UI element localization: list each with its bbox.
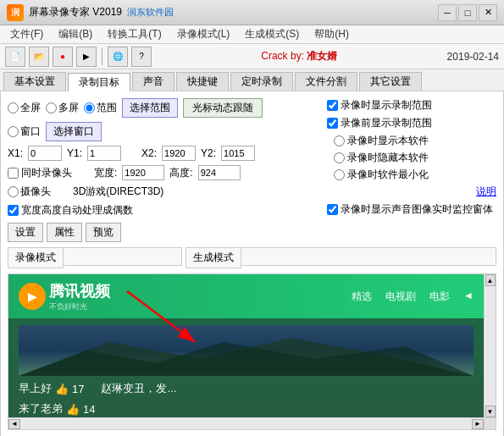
menu-generate-mode[interactable]: 生成模式(S) [238, 25, 306, 43]
multiscreen-radio-label[interactable]: 多屏 [46, 101, 79, 115]
settings-button[interactable]: 设置 [8, 223, 43, 242]
fullscreen-radio-label[interactable]: 全屏 [8, 101, 41, 115]
maximize-button[interactable]: □ [458, 4, 477, 21]
title-bar-left: 润 屏幕录像专家 V2019 润东软件园 [7, 4, 174, 21]
preview-button[interactable]: 预览 [86, 223, 121, 242]
minimize-button[interactable]: ─ [438, 4, 457, 21]
menu-file[interactable]: 文件(F) [3, 25, 50, 43]
crack-label: Crack by: [261, 50, 304, 62]
generate-mode-section: 生成模式 [186, 247, 241, 268]
y1-input[interactable] [87, 146, 121, 161]
like-icon-2: 👍 [66, 403, 80, 416]
toolbar-separator [102, 48, 102, 65]
tab-file-split[interactable]: 文件分割 [295, 72, 357, 91]
minimize-radio[interactable] [334, 169, 345, 180]
svg-marker-3 [19, 342, 474, 376]
directx-label: 3D游戏(DIRECT3D) [73, 185, 163, 199]
main-panel: 录像时显示录制范围 录像前显示录制范围 录像时显示本软件 录像时隐藏本软件 录像… [0, 91, 504, 436]
show-software-radio[interactable] [334, 135, 345, 146]
range-radio-label[interactable]: 范围 [84, 101, 117, 115]
height-label: 高度: [169, 166, 192, 180]
mode-bar: 录像模式 生成模式 [8, 247, 496, 268]
toolbar-record-btn[interactable]: ● [53, 47, 73, 67]
menu-help[interactable]: 帮助(H) [307, 25, 356, 43]
properties-button[interactable]: 属性 [47, 223, 82, 242]
tencent-nav-jingxuan: 精选 [352, 290, 372, 304]
scroll-right-btn[interactable]: ► [472, 419, 484, 429]
scroll-up-btn[interactable]: ▲ [485, 274, 496, 286]
camera-radio[interactable] [8, 186, 19, 197]
action-buttons: 设置 属性 预览 [8, 223, 496, 242]
show-front-range-row: 录像前显示录制范围 [327, 116, 496, 130]
close-button[interactable]: ✕ [479, 4, 497, 21]
show-software-row: 录像时显示本软件 [334, 134, 496, 148]
audio-monitor-row: 录像时显示声音图像实时监控窗体 [327, 202, 496, 217]
tab-scheduled[interactable]: 定时录制 [230, 72, 293, 91]
audio-monitor-checkbox[interactable] [327, 204, 338, 215]
optical-follow-button[interactable]: 光标动态跟随 [183, 98, 263, 118]
like-count-1: 17 [72, 383, 84, 395]
sync-camera-checkbox[interactable] [8, 168, 19, 179]
y2-input[interactable] [221, 146, 255, 161]
app-icon: 润 [7, 4, 24, 21]
tencent-logo-area: 腾讯视频 不负好时光 [49, 281, 110, 312]
window-radio-label[interactable]: 窗口 [8, 124, 41, 139]
radio-section: 录像时显示本软件 录像时隐藏本软件 录像时软件最小化 [334, 134, 496, 182]
tab-basic-settings[interactable]: 基本设置 [3, 72, 66, 91]
multiscreen-radio[interactable] [46, 102, 57, 113]
tencent-logo-text: 腾讯视频 [49, 281, 110, 301]
scroll-left-btn[interactable]: ◄ [8, 419, 20, 429]
tencent-logo-icon: ▶ [19, 283, 46, 310]
x2-label: X2: [141, 147, 157, 159]
fullscreen-label: 全屏 [20, 101, 41, 115]
title-bar: 润 屏幕录像专家 V2019 润东软件园 ─ □ ✕ [0, 0, 504, 25]
audio-monitor-label: 录像时显示声音图像实时监控窗体 [341, 202, 493, 217]
menu-record-mode[interactable]: 录像模式(L) [170, 25, 237, 43]
range-radio[interactable] [84, 102, 95, 113]
window-radio[interactable] [8, 126, 19, 137]
show-range-checkbox[interactable] [327, 100, 338, 111]
tencent-nav-more: ◄ [463, 290, 474, 304]
menu-convert[interactable]: 转换工具(T) [101, 25, 168, 43]
tab-audio[interactable]: 声音 [132, 72, 174, 91]
tencent-logo: ▶ 腾讯视频 不负好时光 [19, 281, 110, 312]
explain-button[interactable]: 说明 [476, 185, 496, 197]
tab-record-target[interactable]: 录制目标 [68, 73, 130, 91]
tab-hotkeys[interactable]: 快捷键 [176, 72, 229, 91]
auto-process-label[interactable]: 宽度高度自动处理成偶数 [8, 203, 133, 218]
height-input[interactable] [198, 165, 241, 180]
fullscreen-radio[interactable] [8, 102, 19, 113]
sync-camera-label[interactable]: 同时录像头 [8, 166, 72, 180]
window-label: 窗口 [20, 124, 41, 139]
show-front-range-label: 录像前显示录制范围 [341, 116, 432, 130]
show-range-row: 录像时显示录制范围 [327, 98, 496, 113]
chat-row-1: 早上好 👍 17 赵琳变丑，发... [19, 381, 474, 396]
select-range-button[interactable]: 选择范围 [122, 98, 178, 118]
minimize-row: 录像时软件最小化 [334, 168, 496, 182]
hide-software-row: 录像时隐藏本软件 [334, 151, 496, 165]
scroll-down-btn[interactable]: ▼ [485, 406, 496, 417]
show-software-label: 录像时显示本软件 [347, 134, 429, 148]
multiscreen-label: 多屏 [58, 101, 79, 115]
width-input[interactable] [122, 165, 164, 180]
y2-label: Y2: [201, 147, 216, 159]
show-front-range-checkbox[interactable] [327, 118, 338, 129]
toolbar-help-btn[interactable]: ? [131, 47, 152, 67]
y1-label: Y1: [67, 147, 82, 159]
toolbar-play-btn[interactable]: ▶ [76, 47, 97, 67]
tencent-nav: 精选 电视剧 电影 ◄ [335, 290, 474, 304]
title-text: 屏幕录像专家 V2019 [29, 5, 122, 19]
crack-info: Crack by: 准女婿 [155, 49, 444, 63]
tab-other-settings[interactable]: 其它设置 [359, 72, 422, 91]
toolbar-new-btn[interactable]: 📄 [5, 47, 25, 67]
menu-edit[interactable]: 编辑(B) [52, 25, 99, 43]
select-window-button[interactable]: 选择窗口 [46, 122, 102, 141]
hide-software-radio[interactable] [334, 152, 345, 163]
auto-process-checkbox[interactable] [8, 205, 19, 216]
x1-input[interactable] [28, 146, 62, 161]
toolbar-open-btn[interactable]: 📂 [29, 47, 49, 67]
hide-software-label: 录像时隐藏本软件 [347, 151, 429, 165]
toolbar-img-btn[interactable]: 🌐 [108, 47, 128, 67]
camera-radio-label[interactable]: 摄像头 [8, 185, 51, 199]
x2-input[interactable] [162, 146, 196, 161]
